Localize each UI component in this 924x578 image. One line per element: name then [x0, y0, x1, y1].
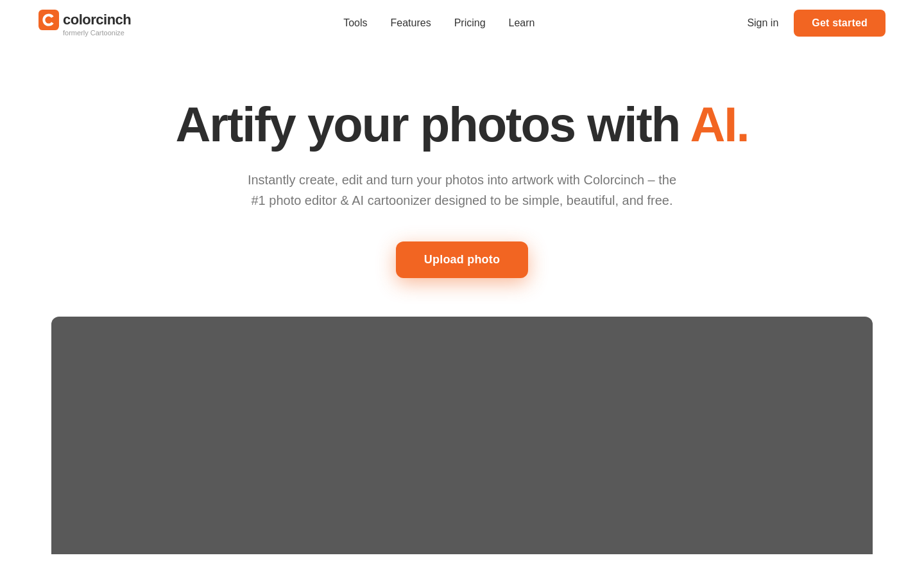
nav-features[interactable]: Features [391, 17, 431, 29]
brand-name: colorcinch [63, 12, 131, 28]
hero-title-accent: AI. [690, 97, 748, 152]
nav-right: Sign in Get started [747, 10, 886, 37]
hero-subtitle: Instantly create, edit and turn your pho… [248, 170, 676, 211]
nav-tools[interactable]: Tools [343, 17, 367, 29]
nav-pricing[interactable]: Pricing [454, 17, 486, 29]
hero-section: Artify your photos with AI. Instantly cr… [0, 46, 924, 317]
hero-subtitle-line1: Instantly create, edit and turn your pho… [248, 173, 676, 187]
nav-learn[interactable]: Learn [509, 17, 535, 29]
brand-subtitle: formerly Cartoonize [63, 29, 124, 37]
navbar: colorcinch formerly Cartoonize Tools Fea… [0, 0, 924, 46]
brand-logo-icon [38, 10, 59, 30]
logo[interactable]: colorcinch formerly Cartoonize [38, 10, 131, 37]
hero-title-main: Artify your photos with [175, 97, 690, 152]
upload-photo-button[interactable]: Upload photo [396, 241, 528, 278]
hero-subtitle-line2: #1 photo editor & AI cartoonizer designe… [251, 193, 672, 207]
sign-in-link[interactable]: Sign in [747, 17, 778, 29]
hero-title: Artify your photos with AI. [175, 98, 748, 152]
demo-preview-area [51, 317, 873, 554]
nav-links: Tools Features Pricing Learn [343, 17, 535, 29]
svg-rect-0 [38, 10, 59, 30]
get-started-button[interactable]: Get started [794, 10, 886, 37]
